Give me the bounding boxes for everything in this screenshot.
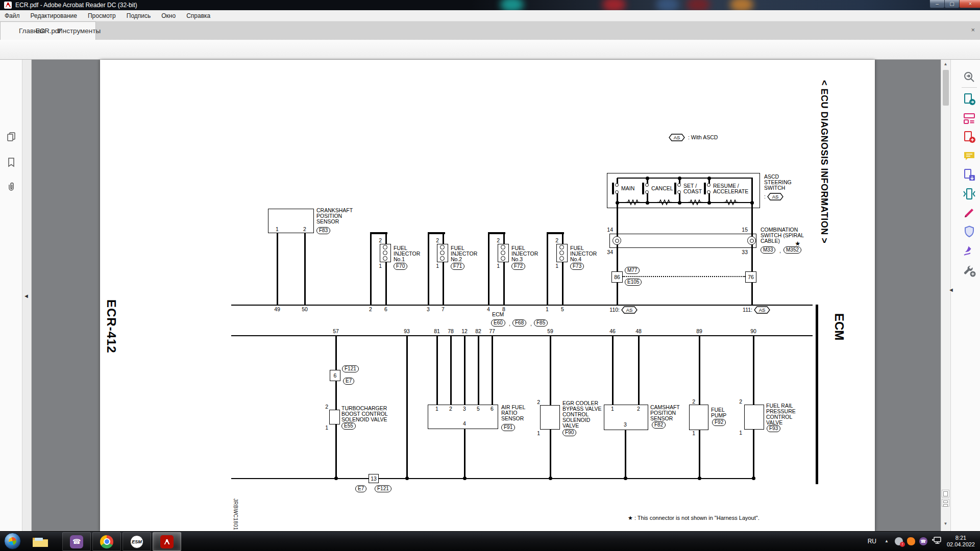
dashed-link	[623, 276, 745, 277]
connector-e55: E55	[341, 422, 356, 430]
taskbar-viber-button[interactable]: ☎	[62, 532, 91, 551]
find-tools-icon[interactable]	[963, 70, 976, 84]
wire	[428, 232, 429, 305]
scroll-up-icon[interactable]: ▲	[942, 62, 949, 66]
phone-icon: ☎	[920, 539, 926, 544]
page-canvas[interactable]: ECR-412 < ECU DIAGNOSIS INFORMATION > EC…	[100, 60, 875, 531]
comma: ,	[530, 321, 532, 327]
viber-tray-icon[interactable]: ☎	[919, 537, 927, 545]
vertical-scrollbar[interactable]	[941, 60, 950, 531]
scroll-view-mode-button[interactable]	[942, 499, 949, 507]
injector-pin-2: 2	[492, 238, 500, 243]
close-button[interactable]: ×	[959, 0, 980, 8]
fuel-pump-box	[689, 405, 708, 430]
hidden-icons-arrow[interactable]: ▲	[885, 539, 889, 543]
connector-f73: F73	[570, 263, 584, 270]
create-pdf-icon[interactable]	[963, 131, 976, 144]
highlight-tool-icon[interactable]	[963, 206, 976, 219]
taskbar-esm-button[interactable]: ESM	[122, 532, 151, 551]
ecm-pin: 5	[557, 307, 568, 312]
network-tray-icon[interactable]	[932, 536, 942, 547]
injector-pin-1: 1	[374, 263, 382, 269]
page-thumbnails-icon[interactable]	[6, 131, 17, 142]
menu-window[interactable]: Окно	[161, 12, 176, 19]
more-tools-icon[interactable]	[963, 264, 976, 277]
combine-files-icon[interactable]	[963, 168, 976, 182]
tab-tools[interactable]: Инструменты	[58, 21, 101, 40]
page-view-mode-button[interactable]	[942, 490, 949, 497]
menu-file[interactable]: Файл	[5, 12, 20, 19]
junction-dot	[707, 201, 711, 205]
switch-contact	[707, 183, 710, 187]
menu-sign[interactable]: Подпись	[127, 12, 151, 19]
scrollbar-thumb[interactable]	[943, 70, 949, 106]
start-button[interactable]	[4, 533, 21, 549]
panel-divider	[962, 87, 977, 88]
connector-f85: F85	[534, 319, 548, 327]
connector-e7: E7	[355, 485, 366, 492]
wire	[550, 430, 551, 479]
ecm-pin-110: 110:	[605, 307, 620, 313]
wire	[335, 424, 337, 479]
wire	[625, 430, 626, 479]
bookmarks-icon[interactable]	[6, 157, 17, 168]
afr-pin-2: 2	[446, 406, 456, 412]
taskbar-clock[interactable]: 8:21 02.04.2022	[947, 535, 975, 548]
wire	[751, 248, 753, 271]
avast-tray-icon[interactable]	[907, 537, 915, 545]
maximize-button[interactable]: ▢	[944, 0, 960, 8]
cam-pin-2: 2	[633, 406, 644, 412]
menu-view[interactable]: Просмотр	[88, 12, 116, 19]
connector-f71: F71	[451, 263, 464, 270]
notification-badge-icon[interactable]: !	[895, 537, 903, 545]
collapse-left-icon[interactable]: ◄	[23, 293, 29, 299]
injector-label: FUEL INJECTOR	[511, 245, 542, 257]
edit-pdf-icon[interactable]	[963, 112, 976, 125]
scroll-down-icon[interactable]: ▼	[942, 521, 949, 526]
junction-dot	[549, 477, 552, 480]
menu-bar: Файл Редактирование Просмотр Подпись Окн…	[0, 10, 980, 21]
wire	[547, 232, 548, 305]
pass-connector-6: 6	[330, 370, 340, 381]
menu-edit[interactable]: Редактирование	[31, 12, 77, 19]
fill-sign-tool-icon[interactable]	[963, 244, 976, 257]
protect-pdf-icon[interactable]	[963, 225, 976, 238]
wire	[370, 232, 387, 234]
language-indicator[interactable]: RU	[868, 538, 876, 545]
attachments-icon[interactable]	[6, 181, 17, 192]
junction-dot	[405, 477, 409, 480]
clock-date: 02.04.2022	[947, 541, 975, 548]
system-tray: RU ▲ ! ☎ 8:21 02.04.2022	[868, 531, 980, 551]
wire	[617, 283, 618, 305]
injector-label: FUEL INJECTOR	[394, 245, 424, 257]
taskbar-chrome-button[interactable]	[92, 532, 121, 551]
coil-symbol	[440, 251, 445, 255]
tab-close-icon[interactable]: ×	[971, 26, 975, 34]
compress-pdf-icon[interactable]	[963, 187, 976, 201]
injector-label: FUEL INJECTOR	[570, 245, 601, 257]
wire	[699, 430, 700, 479]
fuel-rail-valve-box	[744, 405, 764, 430]
ecm-pin: 1	[542, 307, 552, 312]
menu-help[interactable]: Справка	[186, 12, 210, 19]
fuel-rail-valve-label: FUEL RAIL PRESSURE CONTROL VALVE	[766, 403, 801, 425]
tab-bar: Главная Инструменты ECR.pdf × ? Войти	[0, 21, 980, 40]
explorer-icon[interactable]	[31, 534, 51, 549]
as-label: AS	[767, 193, 783, 200]
taskbar-acrobat-button[interactable]	[153, 532, 181, 551]
afr-pin-1: 1	[432, 406, 442, 412]
tab-home[interactable]: Главная	[19, 21, 45, 40]
cam-pin-3: 3	[620, 422, 630, 428]
ecm-pin-90: 90	[748, 329, 758, 334]
footnote: ★ : This connector is not shown in "Harn…	[628, 515, 760, 521]
switch-contact	[615, 183, 619, 187]
export-pdf-icon[interactable]	[963, 93, 976, 106]
ascd-cancel-label: CANCEL	[651, 186, 673, 191]
ecm-pin-12: 12	[459, 329, 470, 334]
wire	[751, 202, 753, 234]
collapse-right-icon[interactable]: ◄	[948, 287, 954, 293]
ecm-pin-49: 49	[272, 307, 282, 312]
comment-tool-icon[interactable]	[963, 149, 976, 163]
cam-pin-1: 1	[607, 406, 618, 412]
minimize-button[interactable]: –	[929, 0, 945, 8]
